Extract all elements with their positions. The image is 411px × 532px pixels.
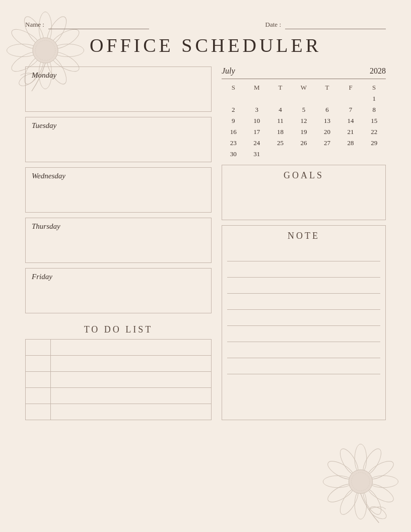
wednesday-label: Wednesday [32,172,205,180]
todo-checkbox[interactable] [26,340,51,356]
note-line[interactable] [227,326,380,342]
todo-checkbox[interactable] [26,356,51,372]
calendar-day[interactable]: 9 [222,115,245,126]
calendar-day [362,149,386,160]
page-title: OFFICE SCHEDULER [25,34,386,56]
todo-row[interactable] [26,340,212,356]
calendar-day [315,93,339,104]
svg-point-27 [349,470,372,493]
calendar-day[interactable]: 24 [245,138,269,149]
svg-point-17 [365,457,396,483]
note-title: NOTE [227,231,380,241]
calendar-day [292,149,316,160]
date-input-line[interactable] [285,20,386,29]
note-line[interactable] [227,261,380,278]
calendar-day[interactable]: 2 [222,104,245,115]
calendar-day[interactable]: 6 [315,104,339,115]
calendar-day[interactable]: 3 [245,104,269,115]
calendar-day[interactable]: 17 [245,126,269,138]
todo-row[interactable] [26,356,212,372]
calendar-day[interactable]: 12 [292,115,316,126]
calendar-day[interactable]: 16 [222,126,245,138]
note-line[interactable] [227,310,380,326]
calendar-day [268,93,292,104]
svg-point-23 [325,481,357,506]
calendar-day[interactable]: 23 [222,138,245,149]
svg-point-21 [355,490,367,519]
cal-header-thu: T [315,82,339,93]
header-fields: Name : Date : [25,20,386,29]
todo-text-cell[interactable] [51,356,212,372]
calendar-day[interactable]: 21 [339,126,363,138]
friday-box[interactable]: Friday [25,268,212,313]
note-line[interactable] [227,342,380,358]
calendar-day [245,93,269,104]
goals-title: GOALS [227,170,380,181]
calendar-grid: S M T W T F S 12345678910111213141516171… [222,82,386,160]
todo-table [25,339,212,420]
calendar-day[interactable]: 8 [362,104,386,115]
tuesday-label: Tuesday [32,121,205,130]
calendar-day[interactable]: 5 [292,104,316,115]
calendar-day [339,93,363,104]
thursday-label: Thursday [32,222,205,231]
calendar-day[interactable]: 22 [362,126,386,138]
calendar-day[interactable]: 13 [315,115,339,126]
todo-checkbox[interactable] [26,388,51,404]
note-box[interactable]: NOTE [222,225,386,420]
calendar-day[interactable]: 28 [339,138,363,149]
calendar-day[interactable]: 19 [292,126,316,138]
calendar-day[interactable]: 14 [339,115,363,126]
calendar-week-row: 9101112131415 [222,115,386,126]
monday-box[interactable]: Monday [25,66,212,112]
note-line[interactable] [227,278,380,294]
calendar-day[interactable]: 10 [245,115,269,126]
calendar-day-headers: S M T W T F S [222,82,386,93]
todo-text-cell[interactable] [51,340,212,356]
name-input-line[interactable] [48,20,149,29]
tuesday-box[interactable]: Tuesday [25,117,212,162]
svg-point-22 [336,486,362,517]
calendar-day[interactable]: 31 [245,149,269,160]
page: Name : Date : OFFICE SCHEDULER Monday Tu… [0,0,411,532]
name-label: Name : [25,21,44,29]
sunflower-bottom-right-icon [310,431,411,532]
note-line[interactable] [227,245,380,261]
calendar-day[interactable]: 26 [292,138,316,149]
note-line[interactable] [227,294,380,310]
calendar-day[interactable]: 7 [339,104,363,115]
monday-label: Monday [32,71,205,80]
calendar-day[interactable]: 4 [268,104,292,115]
calendar-day[interactable]: 11 [268,115,292,126]
calendar-week-row: 16171819202122 [222,126,386,138]
todo-checkbox[interactable] [26,372,51,388]
cal-header-sun: S [222,82,245,93]
thursday-box[interactable]: Thursday [25,218,212,263]
todo-text-cell[interactable] [51,404,212,420]
note-lines [227,245,380,374]
calendar-day[interactable]: 25 [268,138,292,149]
todo-checkbox[interactable] [26,404,51,420]
calendar-header: July 2028 [222,66,386,76]
todo-row[interactable] [26,372,212,388]
calendar-day[interactable]: 20 [315,126,339,138]
todo-row[interactable] [26,404,212,420]
calendar-day[interactable]: 30 [222,149,245,160]
todo-text-cell[interactable] [51,388,212,404]
svg-point-28 [352,473,370,491]
wednesday-box[interactable]: Wednesday [25,167,212,213]
goals-box[interactable]: GOALS [222,165,386,220]
cal-header-wed: W [292,82,316,93]
calendar-day[interactable]: 15 [362,115,386,126]
svg-point-18 [369,476,398,488]
calendar-day[interactable]: 1 [362,93,386,104]
calendar-day[interactable]: 18 [268,126,292,138]
calendar: July 2028 S M T W T F S [222,66,386,160]
note-line[interactable] [227,358,380,374]
svg-point-20 [360,486,385,517]
calendar-week-row: 23242526272829 [222,138,386,149]
todo-text-cell[interactable] [51,372,212,388]
calendar-day[interactable]: 29 [362,138,386,149]
calendar-day[interactable]: 27 [315,138,339,149]
todo-row[interactable] [26,388,212,404]
